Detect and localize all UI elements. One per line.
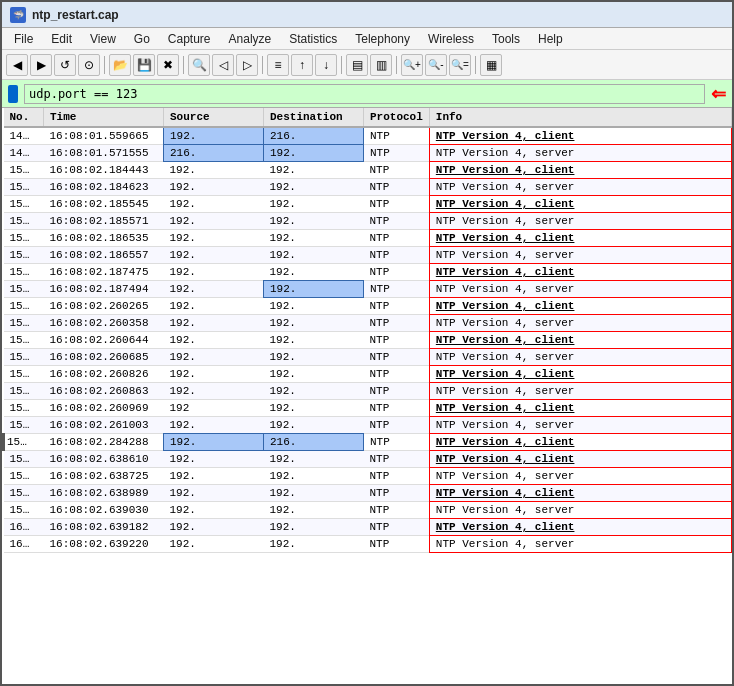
cell-destination: 216.	[264, 127, 364, 145]
cell-no: 15…	[4, 298, 44, 315]
cell-time: 16:08:02.260969	[44, 400, 164, 417]
toolbar-btn-up[interactable]: ↑	[291, 54, 313, 76]
cell-source: 192.	[164, 468, 264, 485]
cell-source: 192.	[164, 536, 264, 553]
menu-item-statistics[interactable]: Statistics	[281, 30, 345, 48]
window-title: ntp_restart.cap	[32, 8, 119, 22]
cell-destination: 192.	[264, 519, 364, 536]
cell-destination: 192.	[264, 281, 364, 298]
table-row[interactable]: 15…16:08:02.185545192.192.NTPNTP Version…	[4, 196, 732, 213]
table-row[interactable]: 15…16:08:02.639030192.192.NTPNTP Version…	[4, 502, 732, 519]
toolbar-btn-zoom-out[interactable]: 🔍-	[425, 54, 447, 76]
cell-info: NTP Version 4, client	[429, 519, 731, 536]
cell-info: NTP Version 4, client	[429, 485, 731, 502]
toolbar-btn-next[interactable]: ▷	[236, 54, 258, 76]
cell-source: 192.	[164, 502, 264, 519]
table-row[interactable]: 15…16:08:02.186557192.192.NTPNTP Version…	[4, 247, 732, 264]
cell-protocol: NTP	[364, 298, 430, 315]
toolbar-btn-layout2[interactable]: ▥	[370, 54, 392, 76]
table-row[interactable]: 15…16:08:02.184443192.192.NTPNTP Version…	[4, 162, 732, 179]
toolbar-btn-capture[interactable]: ⊙	[78, 54, 100, 76]
cell-destination: 216.	[264, 434, 364, 451]
toolbar-btn-forward[interactable]: ▶	[30, 54, 52, 76]
cell-no: 15…	[4, 417, 44, 434]
toolbar-btn-prev[interactable]: ◁	[212, 54, 234, 76]
cell-protocol: NTP	[364, 315, 430, 332]
cell-destination: 192.	[264, 400, 364, 417]
cell-destination: 192.	[264, 366, 364, 383]
toolbar-btn-down[interactable]: ↓	[315, 54, 337, 76]
table-row[interactable]: 15…16:08:02.260644192.192.NTPNTP Version…	[4, 332, 732, 349]
menu-item-wireless[interactable]: Wireless	[420, 30, 482, 48]
cell-time: 16:08:02.260644	[44, 332, 164, 349]
cell-no: 14…	[4, 127, 44, 145]
toolbar-btn-grid[interactable]: ▦	[480, 54, 502, 76]
cell-time: 16:08:02.185545	[44, 196, 164, 213]
table-row[interactable]: 15…16:08:02.261003192.192.NTPNTP Version…	[4, 417, 732, 434]
filter-input[interactable]	[24, 84, 705, 104]
cell-no: 15…	[4, 281, 44, 298]
cell-destination: 192.	[264, 315, 364, 332]
toolbar-sep-3	[262, 56, 263, 74]
table-row[interactable]: 15…16:08:02.260826192.192.NTPNTP Version…	[4, 366, 732, 383]
toolbar-btn-zoom-in[interactable]: 🔍+	[401, 54, 423, 76]
col-header-source: Source	[164, 108, 264, 127]
toolbar-sep-1	[104, 56, 105, 74]
cell-source: 192.	[164, 281, 264, 298]
cell-no: 15…	[4, 400, 44, 417]
table-row[interactable]: 15…16:08:02.260863192.192.NTPNTP Version…	[4, 383, 732, 400]
cell-no: 16…	[4, 519, 44, 536]
table-row[interactable]: 15…16:08:02.184623192.192.NTPNTP Version…	[4, 179, 732, 196]
menu-item-go[interactable]: Go	[126, 30, 158, 48]
table-row[interactable]: 14…16:08:01.571555216.192.NTPNTP Version…	[4, 145, 732, 162]
toolbar-btn-close[interactable]: ✖	[157, 54, 179, 76]
table-row[interactable]: 15…16:08:02.284288192.216.NTPNTP Version…	[4, 434, 732, 451]
toolbar-btn-save[interactable]: 💾	[133, 54, 155, 76]
table-row[interactable]: 15…16:08:02.260685192.192.NTPNTP Version…	[4, 349, 732, 366]
toolbar-btn-open[interactable]: 📂	[109, 54, 131, 76]
menu-item-analyze[interactable]: Analyze	[221, 30, 280, 48]
toolbar-btn-back[interactable]: ◀	[6, 54, 28, 76]
menu-item-tools[interactable]: Tools	[484, 30, 528, 48]
menu-item-telephony[interactable]: Telephony	[347, 30, 418, 48]
table-row[interactable]: 15…16:08:02.260265192.192.NTPNTP Version…	[4, 298, 732, 315]
cell-protocol: NTP	[364, 400, 430, 417]
menu-item-help[interactable]: Help	[530, 30, 571, 48]
toolbar-btn-restart[interactable]: ↺	[54, 54, 76, 76]
table-row[interactable]: 15…16:08:02.260358192.192.NTPNTP Version…	[4, 315, 732, 332]
table-row[interactable]: 15…16:08:02.638989192.192.NTPNTP Version…	[4, 485, 732, 502]
table-row[interactable]: 15…16:08:02.638610192.192.NTPNTP Version…	[4, 451, 732, 468]
cell-destination: 192.	[264, 468, 364, 485]
toolbar-sep-5	[396, 56, 397, 74]
cell-protocol: NTP	[364, 230, 430, 247]
toolbar-btn-zoom-fit[interactable]: 🔍=	[449, 54, 471, 76]
toolbar-btn-find[interactable]: 🔍	[188, 54, 210, 76]
cell-info: NTP Version 4, client	[429, 332, 731, 349]
cell-time: 16:08:02.284288	[44, 434, 164, 451]
cell-time: 16:08:02.260863	[44, 383, 164, 400]
menu-item-file[interactable]: File	[6, 30, 41, 48]
cell-source: 192.	[164, 196, 264, 213]
table-row[interactable]: 15…16:08:02.186535192.192.NTPNTP Version…	[4, 230, 732, 247]
menu-item-view[interactable]: View	[82, 30, 124, 48]
cell-protocol: NTP	[364, 179, 430, 196]
cell-source: 192.	[164, 230, 264, 247]
table-row[interactable]: 15…16:08:02.187475192.192.NTPNTP Version…	[4, 264, 732, 281]
table-row[interactable]: 15…16:08:02.185571192.192.NTPNTP Version…	[4, 213, 732, 230]
cell-source: 192.	[164, 264, 264, 281]
cell-info: NTP Version 4, server	[429, 383, 731, 400]
menu-item-edit[interactable]: Edit	[43, 30, 80, 48]
table-row[interactable]: 14…16:08:01.559665192.216.NTPNTP Version…	[4, 127, 732, 145]
table-row[interactable]: 16…16:08:02.639220192.192.NTPNTP Version…	[4, 536, 732, 553]
cell-destination: 192.	[264, 230, 364, 247]
table-row[interactable]: 15…16:08:02.187494192.192.NTPNTP Version…	[4, 281, 732, 298]
filter-arrow-icon: ⇐	[711, 83, 726, 105]
table-row[interactable]: 15…16:08:02.638725192.192.NTPNTP Version…	[4, 468, 732, 485]
toolbar-btn-layout1[interactable]: ▤	[346, 54, 368, 76]
menu-item-capture[interactable]: Capture	[160, 30, 219, 48]
table-row[interactable]: 16…16:08:02.639182192.192.NTPNTP Version…	[4, 519, 732, 536]
toolbar-btn-color[interactable]: ≡	[267, 54, 289, 76]
cell-destination: 192.	[264, 196, 364, 213]
table-row[interactable]: 15…16:08:02.260969192192.NTPNTP Version …	[4, 400, 732, 417]
cell-protocol: NTP	[364, 417, 430, 434]
